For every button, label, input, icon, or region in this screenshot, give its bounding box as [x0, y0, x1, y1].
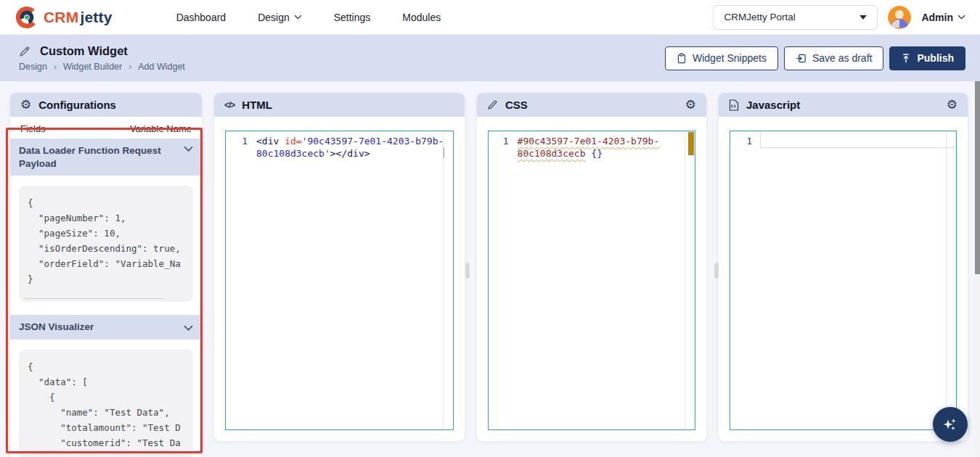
crmjetty-logo-icon	[15, 5, 39, 30]
fields-header-row: Fields Variable Name	[10, 117, 202, 139]
page-scrollbar	[974, 81, 980, 457]
html-line-numbers: 1	[226, 131, 255, 429]
javascript-panel: Javascript ⚙ 1	[719, 93, 968, 441]
sparkles-icon	[942, 416, 958, 432]
variable-name-label: Variable Name	[130, 123, 192, 134]
css-code-editor[interactable]: 1 #90c43597-7e01-4203-b79b-80c108d3cecb …	[488, 131, 695, 430]
breadcrumb-separator: ›	[128, 62, 131, 72]
breadcrumb-widget-builder[interactable]: Widget Builder	[63, 62, 122, 72]
payload-section-title: Data Loader Function Request Payload	[19, 144, 177, 170]
breadcrumb-add-widget: Add Widget	[138, 62, 185, 72]
page-scrollbar-thumb[interactable]	[975, 81, 980, 274]
upload-icon	[901, 53, 911, 64]
payload-section-header[interactable]: Data Loader Function Request Payload	[10, 139, 202, 176]
javascript-code-editor[interactable]: 1	[730, 131, 957, 430]
top-navbar: CRMjetty Dashboard Design Settings Modul…	[0, 0, 980, 35]
save-draft-icon	[796, 53, 807, 64]
code-tag-icon: </>	[224, 100, 234, 110]
chevron-down-icon	[957, 15, 965, 20]
chevron-down-icon	[184, 325, 193, 331]
html-panel: </> HTML 1 <div id='90c43597-7e01-4203-b…	[214, 93, 465, 441]
javascript-panel-header: Javascript ⚙	[719, 93, 968, 117]
payload-json-editor[interactable]: { "pageNumber": 1, "pageSize": 10, "isOr…	[19, 186, 193, 302]
configurations-panel: ⚙ Configurations Fields Variable Name Da…	[10, 93, 202, 457]
fields-label: Fields	[20, 123, 46, 134]
nav-item-dashboard[interactable]: Dashboard	[176, 12, 226, 23]
css-line-numbers: 1	[489, 131, 516, 429]
json-visualizer-content: { "data": [ { "name": "Test Data", "tota…	[19, 350, 193, 457]
page-header: Custom Widget Design › Widget Builder › …	[0, 35, 980, 81]
json-visualizer-header[interactable]: JSON Visualizer	[10, 315, 202, 339]
breadcrumb-separator: ›	[54, 62, 57, 72]
header-actions: Widget Snippets Save as draft Publish	[665, 46, 965, 70]
js-settings-gear-icon[interactable]: ⚙	[947, 99, 957, 111]
js-line-numbers: 1	[730, 131, 759, 429]
pencil-icon	[487, 99, 498, 110]
css-panel-title: CSS	[505, 99, 528, 111]
css-panel-header: CSS ⚙	[477, 93, 706, 117]
avatar[interactable]	[888, 6, 911, 29]
user-menu[interactable]: Admin	[921, 12, 965, 23]
configurations-title: Configurations	[38, 99, 116, 111]
select-caret-icon	[859, 15, 867, 20]
panel-resize-handle[interactable]	[714, 263, 719, 279]
page-header-left: Custom Widget Design › Widget Builder › …	[19, 44, 185, 72]
css-code-content: #90c43597-7e01-4203-b79b-80c108d3cecb {}	[516, 131, 695, 429]
user-name: Admin	[921, 12, 953, 23]
gear-icon: ⚙	[20, 99, 31, 111]
save-as-draft-button[interactable]: Save as draft	[784, 46, 884, 70]
editor-scrollbar-thumb[interactable]	[443, 147, 444, 158]
nav-item-settings[interactable]: Settings	[334, 12, 371, 23]
panel-resize-handle[interactable]	[465, 263, 470, 279]
breadcrumb: Design › Widget Builder › Add Widget	[19, 62, 185, 72]
html-panel-header: </> HTML	[214, 93, 465, 117]
css-settings-gear-icon[interactable]: ⚙	[685, 99, 696, 111]
json-visualizer-title: JSON Visualizer	[19, 321, 94, 334]
chevron-down-icon	[294, 15, 302, 20]
portal-select[interactable]: CRMJetty Portal	[713, 5, 878, 30]
publish-button[interactable]: Publish	[889, 46, 965, 70]
edit-title-icon[interactable]	[19, 46, 30, 57]
active-line-indicator	[760, 132, 955, 148]
css-panel: CSS ⚙ 1 #90c43597-7e01-4203-b79b-80c108d…	[477, 93, 706, 441]
ai-assistant-button[interactable]	[933, 407, 968, 442]
main-nav: Dashboard Design Settings Modules	[176, 12, 441, 23]
js-code-content	[759, 131, 954, 429]
javascript-panel-title: Javascript	[746, 99, 800, 111]
nav-item-modules[interactable]: Modules	[402, 12, 441, 23]
portal-select-value: CRMJetty Portal	[724, 12, 795, 22]
widget-snippets-button[interactable]: Widget Snippets	[665, 46, 778, 70]
html-panel-title: HTML	[242, 99, 272, 111]
html-code-content: <div id='90c43597-7e01-4203-b79b-80c108d…	[255, 131, 449, 429]
lint-warning-marker[interactable]	[688, 132, 694, 155]
configurations-header: ⚙ Configurations	[10, 93, 202, 117]
script-file-icon	[729, 99, 739, 111]
nav-item-design[interactable]: Design	[258, 12, 302, 23]
html-code-editor[interactable]: 1 <div id='90c43597-7e01-4203-b79b-80c10…	[225, 131, 454, 430]
main-content: ⚙ Configurations Fields Variable Name Da…	[0, 81, 980, 457]
crmjetty-logo[interactable]: CRMjetty	[15, 5, 113, 30]
clipboard-icon	[677, 53, 687, 64]
chevron-down-icon	[184, 146, 193, 152]
page-title: Custom Widget	[40, 44, 128, 58]
navbar-right: CRMJetty Portal Admin	[713, 5, 965, 30]
breadcrumb-design[interactable]: Design	[19, 62, 47, 72]
logo-text: CRMjetty	[44, 9, 113, 26]
